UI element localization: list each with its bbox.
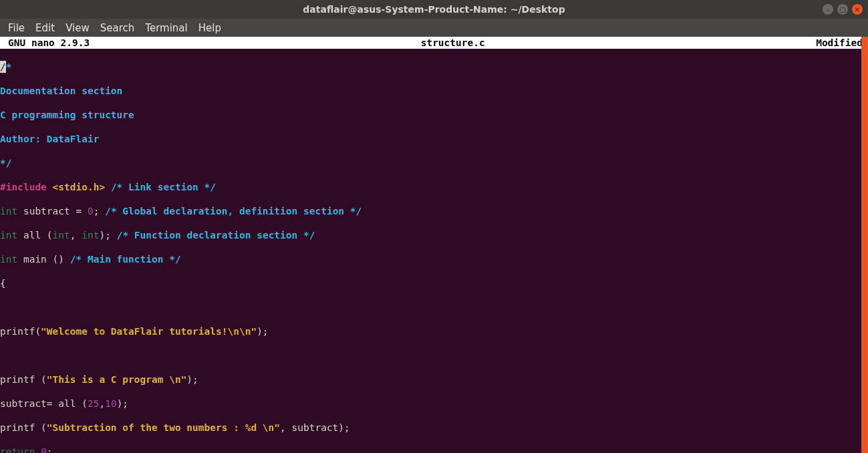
window-controls: – ▢ ✕ — [823, 0, 863, 19]
code-line: subtract= all (25,10); — [0, 398, 868, 410]
code-line: Author: DataFlair — [0, 133, 868, 145]
code-line — [0, 301, 868, 313]
nano-status-bar: GNU nano 2.9.3 structure.c Modified — [0, 37, 868, 49]
menu-terminal[interactable]: Terminal — [140, 22, 192, 34]
menu-help[interactable]: Help — [193, 22, 227, 34]
code-line: { — [0, 277, 868, 289]
code-line: #include <stdio.h> /* Link section */ — [0, 181, 868, 193]
nano-version: GNU nano 2.9.3 — [0, 37, 90, 49]
minimize-button[interactable]: – — [823, 4, 833, 15]
vertical-scrollbar[interactable] — [861, 37, 868, 453]
menu-search[interactable]: Search — [95, 22, 140, 34]
code-line: printf ("Subtraction of the two numbers … — [0, 422, 868, 434]
menu-edit[interactable]: Edit — [30, 22, 60, 34]
menu-file[interactable]: File — [3, 22, 30, 34]
window-title: dataflair@asus-System-Product-Name: ~/De… — [0, 4, 868, 15]
code-line: */ — [0, 157, 868, 169]
nano-modified: Modified — [816, 37, 868, 49]
code-line: printf ("This is a C program \n"); — [0, 373, 868, 386]
code-line: int subtract = 0; /* Global declaration,… — [0, 205, 868, 217]
code-line: Documentation section — [0, 85, 868, 97]
close-button[interactable]: ✕ — [852, 4, 863, 15]
code-line: /* — [0, 61, 868, 73]
nano-filename: structure.c — [90, 37, 816, 49]
code-line: int main () /* Main function */ — [0, 253, 868, 265]
menu-bar: File Edit View Search Terminal Help — [0, 19, 868, 37]
code-line: int all (int, int); /* Function declarat… — [0, 229, 868, 241]
code-line: return 0; — [0, 446, 868, 453]
menu-view[interactable]: View — [60, 22, 95, 34]
code-line: printf("Welcome to DataFlair tutorials!\… — [0, 325, 868, 337]
editor-area[interactable]: /* Documentation section C programming s… — [0, 49, 868, 453]
code-line: C programming structure — [0, 109, 868, 121]
maximize-button[interactable]: ▢ — [837, 4, 848, 15]
code-line — [0, 349, 868, 361]
window-titlebar: dataflair@asus-System-Product-Name: ~/De… — [0, 0, 868, 19]
text-cursor: / — [0, 61, 6, 73]
